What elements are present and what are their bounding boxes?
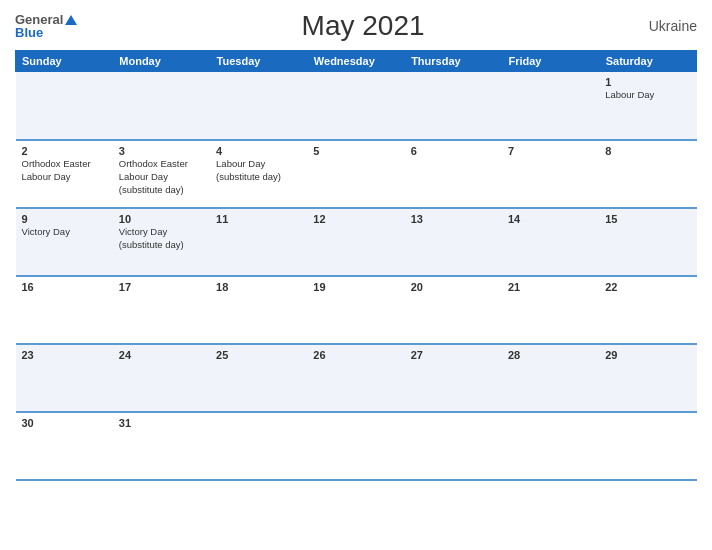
calendar-cell: 18: [210, 276, 307, 344]
day-event: Labour Day: [22, 171, 71, 182]
calendar-week-row: 3031: [16, 412, 697, 480]
day-number: 14: [508, 213, 593, 225]
day-number: 29: [605, 349, 690, 361]
col-friday: Friday: [502, 51, 599, 72]
calendar-cell: [502, 412, 599, 480]
calendar-cell: [16, 72, 113, 140]
day-number: 31: [119, 417, 204, 429]
calendar-cell: 10Victory Day(substitute day): [113, 208, 210, 276]
calendar-cell: 29: [599, 344, 696, 412]
day-event: Victory Day: [119, 226, 167, 237]
day-number: 27: [411, 349, 496, 361]
calendar-table: Sunday Monday Tuesday Wednesday Thursday…: [15, 50, 697, 481]
calendar-cell: 3Orthodox EasterLabour Day(substitute da…: [113, 140, 210, 208]
calendar-cell: [405, 412, 502, 480]
day-number: 21: [508, 281, 593, 293]
days-of-week-row: Sunday Monday Tuesday Wednesday Thursday…: [16, 51, 697, 72]
day-number: 19: [313, 281, 398, 293]
calendar-cell: 27: [405, 344, 502, 412]
calendar-cell: 8: [599, 140, 696, 208]
calendar-cell: 21: [502, 276, 599, 344]
col-monday: Monday: [113, 51, 210, 72]
calendar-cell: 2Orthodox EasterLabour Day: [16, 140, 113, 208]
day-number: 2: [22, 145, 107, 157]
day-number: 3: [119, 145, 204, 157]
logo-triangle-icon: [65, 15, 77, 25]
day-event: Labour Day: [119, 171, 168, 182]
day-number: 16: [22, 281, 107, 293]
calendar-cell: 15: [599, 208, 696, 276]
calendar-cell: [307, 72, 404, 140]
day-number: 11: [216, 213, 301, 225]
header: General Blue May 2021 Ukraine: [15, 10, 697, 42]
col-thursday: Thursday: [405, 51, 502, 72]
calendar-page: General Blue May 2021 Ukraine Sunday Mon…: [0, 0, 712, 550]
calendar-cell: 22: [599, 276, 696, 344]
calendar-cell: 17: [113, 276, 210, 344]
col-tuesday: Tuesday: [210, 51, 307, 72]
day-number: 5: [313, 145, 398, 157]
calendar-cell: 4Labour Day(substitute day): [210, 140, 307, 208]
calendar-cell: [502, 72, 599, 140]
calendar-cell: [210, 72, 307, 140]
day-number: 4: [216, 145, 301, 157]
day-event: (substitute day): [216, 171, 281, 182]
day-number: 20: [411, 281, 496, 293]
calendar-cell: 16: [16, 276, 113, 344]
calendar-cell: 14: [502, 208, 599, 276]
day-event: Orthodox Easter: [119, 158, 188, 169]
calendar-cell: 13: [405, 208, 502, 276]
day-number: 6: [411, 145, 496, 157]
col-wednesday: Wednesday: [307, 51, 404, 72]
day-number: 9: [22, 213, 107, 225]
day-event: Orthodox Easter: [22, 158, 91, 169]
col-saturday: Saturday: [599, 51, 696, 72]
calendar-week-row: 9Victory Day10Victory Day(substitute day…: [16, 208, 697, 276]
calendar-cell: 7: [502, 140, 599, 208]
day-number: 15: [605, 213, 690, 225]
calendar-cell: 28: [502, 344, 599, 412]
day-number: 13: [411, 213, 496, 225]
calendar-cell: 23: [16, 344, 113, 412]
day-event: (substitute day): [119, 184, 184, 195]
calendar-week-row: 16171819202122: [16, 276, 697, 344]
day-number: 10: [119, 213, 204, 225]
calendar-cell: 11: [210, 208, 307, 276]
day-number: 7: [508, 145, 593, 157]
day-number: 23: [22, 349, 107, 361]
calendar-cell: [307, 412, 404, 480]
calendar-cell: [210, 412, 307, 480]
calendar-week-row: 1Labour Day: [16, 72, 697, 140]
day-number: 28: [508, 349, 593, 361]
day-number: 1: [605, 76, 690, 88]
day-number: 22: [605, 281, 690, 293]
calendar-week-row: 23242526272829: [16, 344, 697, 412]
day-event: (substitute day): [119, 239, 184, 250]
calendar-body: 1Labour Day2Orthodox EasterLabour Day3Or…: [16, 72, 697, 480]
day-number: 30: [22, 417, 107, 429]
day-event: Labour Day: [216, 158, 265, 169]
day-number: 24: [119, 349, 204, 361]
day-event: Victory Day: [22, 226, 70, 237]
calendar-cell: 12: [307, 208, 404, 276]
calendar-cell: 30: [16, 412, 113, 480]
calendar-cell: 26: [307, 344, 404, 412]
col-sunday: Sunday: [16, 51, 113, 72]
calendar-cell: 20: [405, 276, 502, 344]
logo: General Blue: [15, 13, 77, 39]
month-title: May 2021: [302, 10, 425, 42]
day-number: 25: [216, 349, 301, 361]
day-number: 8: [605, 145, 690, 157]
calendar-cell: 24: [113, 344, 210, 412]
calendar-cell: 31: [113, 412, 210, 480]
calendar-cell: 5: [307, 140, 404, 208]
calendar-cell: 9Victory Day: [16, 208, 113, 276]
calendar-cell: [113, 72, 210, 140]
day-number: 26: [313, 349, 398, 361]
calendar-week-row: 2Orthodox EasterLabour Day3Orthodox East…: [16, 140, 697, 208]
day-number: 12: [313, 213, 398, 225]
country-label: Ukraine: [649, 18, 697, 34]
day-number: 17: [119, 281, 204, 293]
day-number: 18: [216, 281, 301, 293]
calendar-cell: 1Labour Day: [599, 72, 696, 140]
